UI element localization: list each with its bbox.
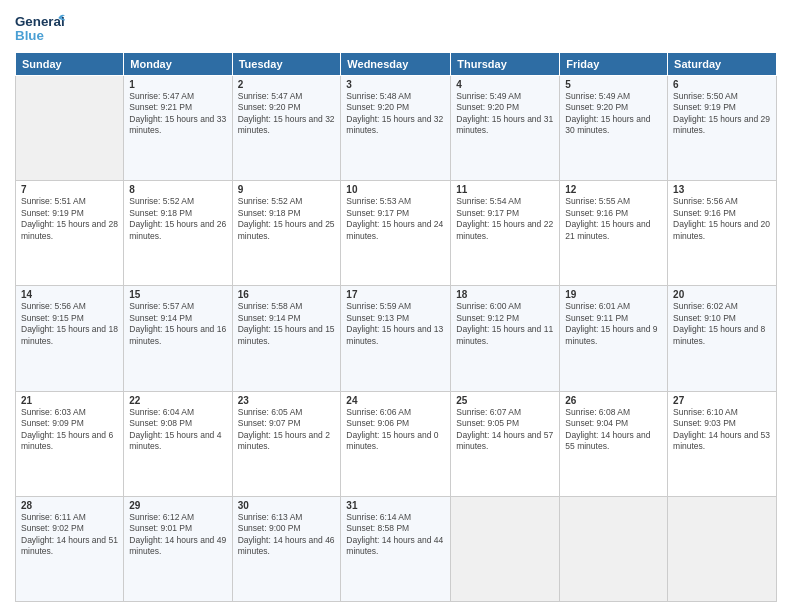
- cell-date: 1: [129, 79, 226, 90]
- cell-date: 2: [238, 79, 336, 90]
- calendar-cell: 9 Sunrise: 5:52 AMSunset: 9:18 PMDayligh…: [232, 181, 341, 286]
- cell-date: 12: [565, 184, 662, 195]
- calendar-cell: 31 Sunrise: 6:14 AMSunset: 8:58 PMDaylig…: [341, 496, 451, 601]
- cell-date: 31: [346, 500, 445, 511]
- calendar-cell: 27 Sunrise: 6:10 AMSunset: 9:03 PMDaylig…: [668, 391, 777, 496]
- cell-info: Sunrise: 5:48 AMSunset: 9:20 PMDaylight:…: [346, 91, 445, 137]
- calendar-cell: [668, 496, 777, 601]
- cell-date: 26: [565, 395, 662, 406]
- cell-date: 3: [346, 79, 445, 90]
- day-header-sunday: Sunday: [16, 53, 124, 76]
- calendar-cell: 22 Sunrise: 6:04 AMSunset: 9:08 PMDaylig…: [124, 391, 232, 496]
- week-row-1: 7 Sunrise: 5:51 AMSunset: 9:19 PMDayligh…: [16, 181, 777, 286]
- cell-info: Sunrise: 6:04 AMSunset: 9:08 PMDaylight:…: [129, 407, 226, 453]
- calendar-cell: 5 Sunrise: 5:49 AMSunset: 9:20 PMDayligh…: [560, 76, 668, 181]
- cell-date: 16: [238, 289, 336, 300]
- calendar-cell: 8 Sunrise: 5:52 AMSunset: 9:18 PMDayligh…: [124, 181, 232, 286]
- cell-date: 18: [456, 289, 554, 300]
- cell-date: 27: [673, 395, 771, 406]
- calendar-cell: [560, 496, 668, 601]
- cell-date: 13: [673, 184, 771, 195]
- cell-date: 24: [346, 395, 445, 406]
- calendar-cell: 28 Sunrise: 6:11 AMSunset: 9:02 PMDaylig…: [16, 496, 124, 601]
- calendar-cell: 3 Sunrise: 5:48 AMSunset: 9:20 PMDayligh…: [341, 76, 451, 181]
- calendar-cell: 29 Sunrise: 6:12 AMSunset: 9:01 PMDaylig…: [124, 496, 232, 601]
- cell-date: 22: [129, 395, 226, 406]
- calendar-cell: 14 Sunrise: 5:56 AMSunset: 9:15 PMDaylig…: [16, 286, 124, 391]
- cell-info: Sunrise: 6:14 AMSunset: 8:58 PMDaylight:…: [346, 512, 445, 558]
- cell-info: Sunrise: 5:49 AMSunset: 9:20 PMDaylight:…: [565, 91, 662, 137]
- calendar-cell: [16, 76, 124, 181]
- week-row-2: 14 Sunrise: 5:56 AMSunset: 9:15 PMDaylig…: [16, 286, 777, 391]
- cell-date: 30: [238, 500, 336, 511]
- calendar-cell: 18 Sunrise: 6:00 AMSunset: 9:12 PMDaylig…: [451, 286, 560, 391]
- cell-date: 20: [673, 289, 771, 300]
- day-header-friday: Friday: [560, 53, 668, 76]
- cell-info: Sunrise: 6:02 AMSunset: 9:10 PMDaylight:…: [673, 301, 771, 347]
- cell-date: 25: [456, 395, 554, 406]
- week-row-4: 28 Sunrise: 6:11 AMSunset: 9:02 PMDaylig…: [16, 496, 777, 601]
- cell-info: Sunrise: 6:03 AMSunset: 9:09 PMDaylight:…: [21, 407, 118, 453]
- calendar-cell: 26 Sunrise: 6:08 AMSunset: 9:04 PMDaylig…: [560, 391, 668, 496]
- cell-info: Sunrise: 6:12 AMSunset: 9:01 PMDaylight:…: [129, 512, 226, 558]
- cell-info: Sunrise: 6:11 AMSunset: 9:02 PMDaylight:…: [21, 512, 118, 558]
- cell-info: Sunrise: 5:49 AMSunset: 9:20 PMDaylight:…: [456, 91, 554, 137]
- cell-date: 10: [346, 184, 445, 195]
- cell-info: Sunrise: 5:52 AMSunset: 9:18 PMDaylight:…: [129, 196, 226, 242]
- cell-info: Sunrise: 5:52 AMSunset: 9:18 PMDaylight:…: [238, 196, 336, 242]
- cell-info: Sunrise: 5:47 AMSunset: 9:20 PMDaylight:…: [238, 91, 336, 137]
- cell-date: 5: [565, 79, 662, 90]
- cell-info: Sunrise: 6:00 AMSunset: 9:12 PMDaylight:…: [456, 301, 554, 347]
- header: General Blue: [15, 10, 777, 46]
- cell-info: Sunrise: 5:56 AMSunset: 9:16 PMDaylight:…: [673, 196, 771, 242]
- calendar-cell: 15 Sunrise: 5:57 AMSunset: 9:14 PMDaylig…: [124, 286, 232, 391]
- cell-info: Sunrise: 5:47 AMSunset: 9:21 PMDaylight:…: [129, 91, 226, 137]
- day-header-thursday: Thursday: [451, 53, 560, 76]
- calendar-cell: 6 Sunrise: 5:50 AMSunset: 9:19 PMDayligh…: [668, 76, 777, 181]
- cell-info: Sunrise: 6:07 AMSunset: 9:05 PMDaylight:…: [456, 407, 554, 453]
- cell-date: 17: [346, 289, 445, 300]
- calendar-cell: 4 Sunrise: 5:49 AMSunset: 9:20 PMDayligh…: [451, 76, 560, 181]
- cell-date: 7: [21, 184, 118, 195]
- cell-info: Sunrise: 5:57 AMSunset: 9:14 PMDaylight:…: [129, 301, 226, 347]
- calendar-cell: 2 Sunrise: 5:47 AMSunset: 9:20 PMDayligh…: [232, 76, 341, 181]
- cell-info: Sunrise: 5:55 AMSunset: 9:16 PMDaylight:…: [565, 196, 662, 242]
- week-row-0: 1 Sunrise: 5:47 AMSunset: 9:21 PMDayligh…: [16, 76, 777, 181]
- cell-date: 8: [129, 184, 226, 195]
- cell-date: 29: [129, 500, 226, 511]
- logo: General Blue: [15, 10, 65, 46]
- calendar-cell: 16 Sunrise: 5:58 AMSunset: 9:14 PMDaylig…: [232, 286, 341, 391]
- cell-info: Sunrise: 6:13 AMSunset: 9:00 PMDaylight:…: [238, 512, 336, 558]
- day-header-monday: Monday: [124, 53, 232, 76]
- cell-date: 14: [21, 289, 118, 300]
- cell-date: 21: [21, 395, 118, 406]
- calendar-cell: 7 Sunrise: 5:51 AMSunset: 9:19 PMDayligh…: [16, 181, 124, 286]
- cell-info: Sunrise: 6:06 AMSunset: 9:06 PMDaylight:…: [346, 407, 445, 453]
- cell-info: Sunrise: 5:51 AMSunset: 9:19 PMDaylight:…: [21, 196, 118, 242]
- day-header-saturday: Saturday: [668, 53, 777, 76]
- cell-info: Sunrise: 5:56 AMSunset: 9:15 PMDaylight:…: [21, 301, 118, 347]
- cell-date: 6: [673, 79, 771, 90]
- cell-info: Sunrise: 6:08 AMSunset: 9:04 PMDaylight:…: [565, 407, 662, 453]
- calendar-cell: 13 Sunrise: 5:56 AMSunset: 9:16 PMDaylig…: [668, 181, 777, 286]
- cell-date: 19: [565, 289, 662, 300]
- logo-icon: General Blue: [15, 10, 65, 46]
- calendar-body: 1 Sunrise: 5:47 AMSunset: 9:21 PMDayligh…: [16, 76, 777, 602]
- cell-info: Sunrise: 5:58 AMSunset: 9:14 PMDaylight:…: [238, 301, 336, 347]
- calendar-table: SundayMondayTuesdayWednesdayThursdayFrid…: [15, 52, 777, 602]
- cell-info: Sunrise: 5:59 AMSunset: 9:13 PMDaylight:…: [346, 301, 445, 347]
- calendar-cell: 12 Sunrise: 5:55 AMSunset: 9:16 PMDaylig…: [560, 181, 668, 286]
- cell-date: 23: [238, 395, 336, 406]
- calendar-cell: 30 Sunrise: 6:13 AMSunset: 9:00 PMDaylig…: [232, 496, 341, 601]
- cell-info: Sunrise: 6:10 AMSunset: 9:03 PMDaylight:…: [673, 407, 771, 453]
- cell-info: Sunrise: 6:01 AMSunset: 9:11 PMDaylight:…: [565, 301, 662, 347]
- calendar-cell: 24 Sunrise: 6:06 AMSunset: 9:06 PMDaylig…: [341, 391, 451, 496]
- calendar-cell: 17 Sunrise: 5:59 AMSunset: 9:13 PMDaylig…: [341, 286, 451, 391]
- cell-info: Sunrise: 5:54 AMSunset: 9:17 PMDaylight:…: [456, 196, 554, 242]
- cell-info: Sunrise: 6:05 AMSunset: 9:07 PMDaylight:…: [238, 407, 336, 453]
- calendar-cell: 20 Sunrise: 6:02 AMSunset: 9:10 PMDaylig…: [668, 286, 777, 391]
- day-header-tuesday: Tuesday: [232, 53, 341, 76]
- cell-date: 4: [456, 79, 554, 90]
- calendar-cell: 21 Sunrise: 6:03 AMSunset: 9:09 PMDaylig…: [16, 391, 124, 496]
- cell-date: 11: [456, 184, 554, 195]
